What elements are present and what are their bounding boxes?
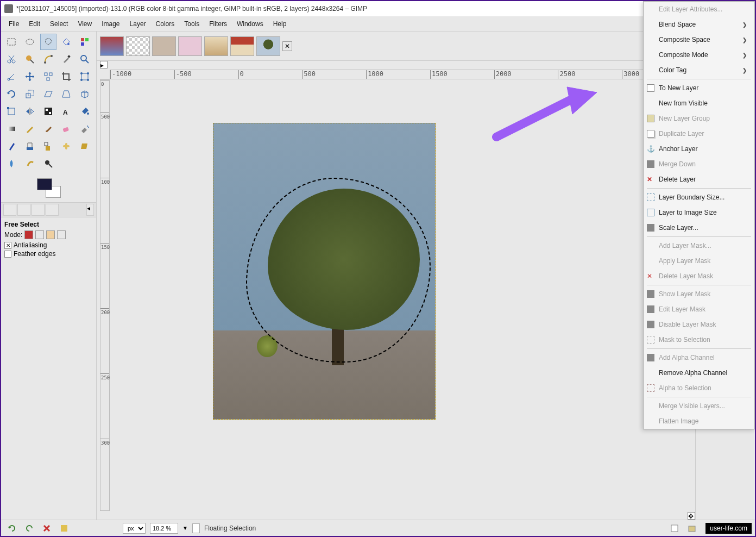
tab-brush[interactable] xyxy=(46,204,59,216)
image-tab-5[interactable] xyxy=(204,36,228,56)
nav-corner-icon[interactable]: ▸ xyxy=(100,61,108,68)
menu-select[interactable]: Select xyxy=(46,18,72,30)
tab-tool-options[interactable] xyxy=(3,204,16,216)
sb-delete-icon[interactable] xyxy=(40,522,53,535)
ctx-add-mask[interactable]: Add Layer Mask... xyxy=(644,238,754,253)
ctx-flatten[interactable]: Flatten Image xyxy=(644,414,754,429)
sb-undo-icon[interactable] xyxy=(5,522,18,535)
ctx-composite-mode[interactable]: Composite Mode❯ xyxy=(644,47,754,63)
tab-menu-arrow[interactable]: ◂ xyxy=(86,204,94,216)
tool-rotate[interactable] xyxy=(3,86,20,102)
tool-text[interactable]: A xyxy=(58,103,74,120)
fg-color[interactable] xyxy=(37,178,52,190)
ctx-boundary-size[interactable]: Layer Boundary Size... xyxy=(644,190,754,205)
tool-blur[interactable] xyxy=(3,155,20,172)
menu-layer[interactable]: Layer xyxy=(125,18,150,30)
tool-bucket[interactable] xyxy=(77,103,93,120)
ctx-duplicate-layer[interactable]: Duplicate Layer xyxy=(644,126,754,141)
tool-paintbrush[interactable] xyxy=(40,121,56,137)
tool-paths[interactable] xyxy=(40,51,56,67)
close-tab-icon[interactable]: ✕ xyxy=(282,41,292,51)
tool-unified-transform[interactable] xyxy=(77,68,93,85)
antialiasing-checkbox[interactable]: ✕ xyxy=(4,242,11,249)
image-tab-6[interactable] xyxy=(230,36,254,56)
ctx-scale-layer[interactable]: Scale Layer... xyxy=(644,220,754,235)
tool-perspective-clone[interactable] xyxy=(77,138,93,154)
ctx-delete-mask[interactable]: ✕Delete Layer Mask xyxy=(644,268,754,284)
mode-add[interactable] xyxy=(35,230,44,239)
ctx-anchor-layer[interactable]: ⚓Anchor Layer xyxy=(644,141,754,157)
color-swatches[interactable] xyxy=(1,174,96,202)
tab-device[interactable] xyxy=(17,204,30,216)
mode-intersect[interactable] xyxy=(57,230,66,239)
ctx-color-tag[interactable]: Color Tag❯ xyxy=(644,63,754,78)
tool-eraser[interactable] xyxy=(58,121,74,137)
tool-crop[interactable] xyxy=(58,68,74,85)
ctx-edit-mask[interactable]: Edit Layer Mask xyxy=(644,302,754,317)
tool-airbrush[interactable] xyxy=(77,121,93,137)
tool-zoom[interactable] xyxy=(77,51,93,67)
image-tab-1[interactable] xyxy=(100,36,124,56)
tool-cage[interactable] xyxy=(40,103,56,120)
tool-heal[interactable] xyxy=(58,138,74,154)
ctx-apply-mask[interactable]: Apply Layer Mask xyxy=(644,253,754,268)
tool-shear[interactable] xyxy=(40,86,56,102)
tool-scissors[interactable] xyxy=(3,51,20,67)
ctx-blend-space[interactable]: Blend Space❯ xyxy=(644,17,754,32)
tool-flip[interactable] xyxy=(22,103,38,120)
ctx-edit-attrs[interactable]: Edit Layer Attributes... xyxy=(644,2,754,17)
ctx-show-mask[interactable]: Show Layer Mask xyxy=(644,286,754,302)
tool-color-select[interactable] xyxy=(77,34,93,50)
nav-bottom-icon[interactable]: ✥ xyxy=(688,512,695,520)
tool-scale[interactable] xyxy=(22,86,38,102)
tool-pencil[interactable] xyxy=(22,121,38,137)
menu-view[interactable]: View xyxy=(73,18,96,30)
mode-subtract[interactable] xyxy=(46,230,55,239)
image-tab-2[interactable] xyxy=(126,36,150,56)
ctx-new-from-visible[interactable]: New from Visible xyxy=(644,96,754,111)
menu-help[interactable]: Help xyxy=(269,18,291,30)
ctx-composite-space[interactable]: Composite Space❯ xyxy=(644,32,754,47)
menu-image[interactable]: Image xyxy=(97,18,124,30)
tool-dodge[interactable] xyxy=(40,155,56,172)
tab-images[interactable] xyxy=(32,204,45,216)
tool-mypaint[interactable] xyxy=(22,138,38,154)
tool-ellipse-select[interactable] xyxy=(22,34,38,50)
tool-clone[interactable] xyxy=(40,138,56,154)
ctx-remove-alpha[interactable]: Remove Alpha Channel xyxy=(644,365,754,380)
sb-new-layer-icon[interactable] xyxy=(668,522,681,535)
ctx-delete-layer[interactable]: ✕Delete Layer xyxy=(644,172,754,187)
sb-redo-icon[interactable] xyxy=(23,522,36,535)
tool-fuzzy-select[interactable] xyxy=(58,34,74,50)
tool-gradient[interactable] xyxy=(3,121,20,137)
tool-3d-transform[interactable] xyxy=(77,86,93,102)
tool-align[interactable] xyxy=(40,68,56,85)
ctx-mask-to-selection[interactable]: Mask to Selection xyxy=(644,332,754,347)
menu-filters[interactable]: Filters xyxy=(205,18,231,30)
image-tab-4[interactable] xyxy=(178,36,202,56)
tool-move[interactable] xyxy=(22,68,38,85)
ctx-alpha-to-selection[interactable]: Alpha to Selection xyxy=(644,380,754,396)
sb-revert-icon[interactable] xyxy=(58,522,71,535)
tool-color-picker[interactable] xyxy=(58,51,74,67)
feather-checkbox[interactable] xyxy=(4,251,11,258)
ctx-layer-to-image[interactable]: Layer to Image Size xyxy=(644,205,754,220)
tool-foreground-select[interactable] xyxy=(22,51,38,67)
menu-edit[interactable]: Edit xyxy=(24,18,45,30)
image-canvas[interactable] xyxy=(213,123,436,420)
ctx-to-new-layer[interactable]: To New Layer xyxy=(644,80,754,96)
sb-group-icon[interactable] xyxy=(685,522,698,535)
ctx-merge-down[interactable]: Merge Down xyxy=(644,157,754,172)
tool-free-select[interactable] xyxy=(40,34,56,50)
menu-tools[interactable]: Tools xyxy=(180,18,204,30)
tool-rect-select[interactable] xyxy=(3,34,20,50)
image-tab-7[interactable] xyxy=(256,36,280,56)
tool-smudge[interactable] xyxy=(22,155,38,172)
menu-colors[interactable]: Colors xyxy=(152,18,179,30)
tool-ink[interactable] xyxy=(3,138,20,154)
canvas-viewport[interactable] xyxy=(110,79,686,511)
ctx-disable-mask[interactable]: Disable Layer Mask xyxy=(644,317,754,332)
unit-select[interactable]: px xyxy=(123,523,146,534)
ctx-add-alpha[interactable]: Add Alpha Channel xyxy=(644,350,754,365)
tool-handle-transform[interactable] xyxy=(3,103,20,120)
